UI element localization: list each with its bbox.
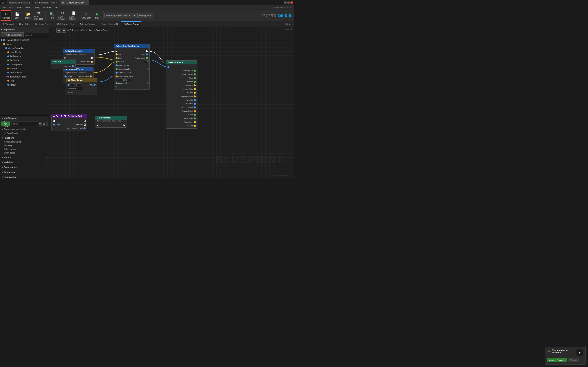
hand-expand-icon[interactable]: ▼ (5, 51, 7, 53)
bhr-hit-component-pin[interactable] (194, 106, 196, 108)
minimize-button[interactable]: ─ (284, 1, 287, 4)
debug-dropdown[interactable]: No debug object selected ▼ (104, 13, 137, 18)
star-button[interactable]: ☆ (51, 28, 56, 33)
cast-exec-in-pin[interactable] (53, 120, 55, 122)
st-trace-complex-check[interactable]: ☐ (147, 68, 149, 70)
st-radius-value[interactable]: 0.0 (144, 60, 149, 63)
tree-teleport-cylinder[interactable]: ▼ TeleportCylinder (0, 75, 49, 79)
bhr-normal-pin[interactable] (194, 92, 196, 94)
bhr-impact-point-pin[interactable] (194, 88, 196, 90)
array-item-value[interactable]: [0] (70, 83, 81, 86)
st-debug-dropdown[interactable]: None (114, 78, 149, 81)
macros-header[interactable]: ▶ Macros + (0, 155, 49, 159)
tree-jian-ren[interactable]: JianRen (0, 67, 49, 71)
node-jian-ren[interactable]: Jian Ren Jian Ren (51, 59, 76, 69)
st-objtype-pin[interactable] (116, 64, 118, 67)
return-value-pin[interactable] (91, 61, 93, 63)
tab-trace-teleport-di[interactable]: Trace Teleport Di (99, 21, 121, 27)
tab-bp-box-mesh[interactable]: BP_BoxMesh_Red* × (33, 0, 60, 5)
component-search-input[interactable] (24, 33, 49, 37)
menu-debug[interactable]: Debug (32, 5, 42, 10)
close-button[interactable]: × (290, 1, 293, 4)
bhr-phys-mat-pin[interactable] (194, 99, 196, 101)
play-button[interactable]: ▶ Play (92, 10, 103, 21)
st-expand-row[interactable]: ▼ (114, 85, 149, 89)
array-out-pin[interactable] (94, 84, 95, 86)
bhr-impact-normal-pin[interactable] (194, 95, 196, 98)
compile-button[interactable]: ⚙ Compile (1, 10, 11, 21)
st-ignore-self-check[interactable]: ☑ (147, 82, 149, 84)
scene-expand-icon[interactable]: ▼ (1, 43, 3, 45)
st-start-pin[interactable] (116, 53, 118, 55)
st-exec-in-pin[interactable] (116, 50, 117, 52)
bhr-face-index-pin[interactable] (194, 117, 196, 119)
fwd-return-pin[interactable] (90, 75, 92, 77)
st-actors-pin[interactable] (116, 72, 118, 74)
tab-viewport[interactable]: ⊞ Viewport (0, 21, 17, 27)
st-return-pin[interactable] (146, 57, 148, 59)
teleportation-item[interactable]: Teleportation (0, 147, 49, 151)
my-blueprint-search-input[interactable] (10, 122, 38, 126)
cbm-exec-in-pin[interactable] (97, 124, 98, 126)
tc-expand-icon[interactable]: ▼ (5, 75, 7, 78)
browse-button[interactable]: 📁 Browse (23, 10, 34, 21)
jian-ren-out-pin[interactable] (72, 65, 74, 67)
macros-add-icon[interactable]: + (46, 156, 48, 159)
st-out-hit-pin[interactable] (146, 53, 148, 55)
array-value-field[interactable]: BoxMesh (67, 87, 83, 90)
grabbing-item[interactable]: Grabbing (0, 143, 49, 147)
st-ignore-self-pin[interactable] (116, 82, 118, 84)
variables-header[interactable]: ▶ Variables + (0, 160, 49, 164)
components-section-header[interactable]: ▶ Components (0, 165, 49, 169)
tab-get-actor-near-h[interactable]: Get Actor Near H (33, 21, 55, 27)
tab-grab-actor[interactable]: Grab Actor (17, 21, 33, 27)
bhr-hit-item-pin[interactable] (194, 114, 196, 116)
tree-scene[interactable]: ▼ Scene (0, 42, 49, 46)
menu-help[interactable]: Help (53, 5, 61, 10)
add-component-button[interactable]: + + Add Component (1, 33, 24, 37)
st-exec-out-pin[interactable] (146, 50, 148, 52)
tree-motion-controller[interactable]: ▼ MotionController (0, 46, 49, 50)
room-scale-item[interactable]: Room-scale (0, 151, 49, 155)
menu-edit[interactable]: Edit (8, 5, 15, 10)
bhr-trace-start-pin[interactable] (194, 121, 196, 123)
cast-failed-pin[interactable] (84, 124, 86, 125)
tab-activate-teleport[interactable]: Activate Teleport (77, 21, 99, 27)
simulation-button[interactable]: ▷ Simulation (81, 10, 91, 21)
node-cut-box-mesh[interactable]: Cut Box Mesh Target is BP_Box_Mesh_Red (95, 116, 127, 128)
my-blueprint-filter-icon[interactable]: ⊞ (43, 122, 45, 126)
graph-canvas[interactable]: ☆ ◀ ▶ ⊞ BP_MotionController > Event Grap… (49, 27, 294, 178)
array-addpin-label[interactable]: Add pin + (67, 91, 75, 93)
tree-arc-direction[interactable]: ArcDirection (0, 54, 49, 58)
tree-hand-mesh[interactable]: ▼ HandMesh (0, 50, 49, 54)
construction-script-item[interactable]: ConstructionScript (0, 140, 49, 143)
menu-file[interactable]: File (1, 5, 8, 10)
replication-header[interactable]: ▶ Replication (0, 175, 49, 178)
close-tab-bp-motion[interactable]: × (85, 1, 86, 4)
cbm-exec-out-pin[interactable] (123, 124, 125, 126)
find-button[interactable]: 🔍 Find (46, 10, 57, 21)
bhr-location-pin[interactable] (194, 84, 196, 86)
graphs-header[interactable]: ▼ Graphs (19 Overridable) (0, 127, 49, 131)
st-draw-debug-pin[interactable] (116, 75, 118, 77)
graph-area[interactable]: ☆ ◀ ▶ ⊞ BP_MotionController > Event Grap… (49, 27, 294, 178)
node-cast-to-box-mesh[interactable]: ⇨ Cast To BP_BoxMesh_Red Object Cast Fai… (52, 114, 87, 131)
array-item-pin[interactable] (68, 84, 70, 86)
bhr-hit-bone-pin[interactable] (194, 110, 196, 112)
node-break-hit-result[interactable]: Break Hit Result Blocking Hit Initial Ov… (166, 60, 198, 129)
tree-ring[interactable]: Ring (0, 79, 49, 83)
tree-arc-spline[interactable]: ArcSpline (0, 58, 49, 62)
class-settings-button[interactable]: ⚙ Class Settings (57, 10, 68, 21)
my-blueprint-search-icon[interactable]: 🔍 (39, 122, 42, 126)
bhr-initial-overlap-pin[interactable] (194, 73, 196, 75)
add-new-button[interactable]: + + Add New (1, 122, 9, 126)
st-trace-complex-pin[interactable] (116, 68, 118, 70)
bhr-trace-end-pin[interactable] (194, 125, 196, 127)
close-tab-bp-box[interactable]: × (56, 1, 57, 4)
maximize-button[interactable]: □ (287, 1, 290, 4)
node-make-array[interactable]: 🔲 Make Array [0] Array BoxMesh (66, 78, 97, 95)
my-blueprint-header[interactable]: ▼ My Blueprint (0, 116, 49, 121)
bhr-distance-pin[interactable] (194, 81, 196, 83)
tab-get-teleport-dest[interactable]: Get Teleport Dest (55, 21, 77, 27)
variables-add-icon[interactable]: + (46, 161, 48, 164)
